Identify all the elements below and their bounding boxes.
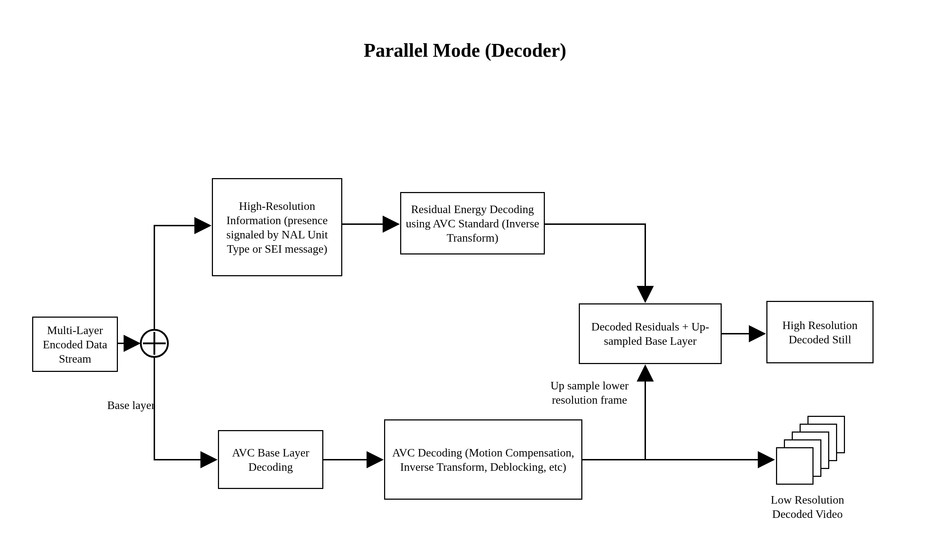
box-high-res-still: High Resolution Decoded Still	[766, 301, 873, 363]
diagram-canvas: Parallel Mode (Decoder) Multi-Layer Enco…	[0, 0, 930, 560]
box-avc-decoding: AVC Decoding (Motion Compensation, Inver…	[384, 419, 582, 500]
box-high-res-info: High-Resolution Information (presence si…	[212, 178, 342, 276]
box-sum: Decoded Residuals + Up-sampled Base Laye…	[579, 303, 722, 364]
label-low-res-video: Low Resolution Decoded Video	[758, 492, 858, 521]
box-input: Multi-Layer Encoded Data Stream	[32, 317, 118, 372]
label-up-sample: Up sample lower resolution frame	[532, 378, 647, 407]
svg-point-0	[141, 330, 168, 357]
box-avc-base-layer-decoding: AVC Base Layer Decoding	[218, 430, 323, 489]
diagram-title: Parallel Mode (Decoder)	[0, 39, 930, 61]
box-residual-decoding: Residual Energy Decoding using AVC Stand…	[400, 192, 545, 255]
splitter-icon	[141, 330, 168, 357]
label-base-layer: Base layer	[107, 398, 155, 412]
